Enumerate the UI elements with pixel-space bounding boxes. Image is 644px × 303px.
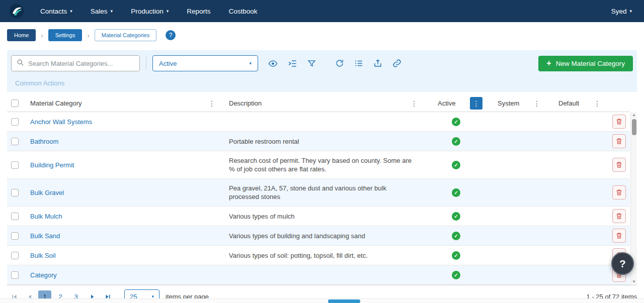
- breadcrumb-separator: ›: [41, 32, 43, 39]
- nav-costbook[interactable]: Costbook: [228, 8, 257, 15]
- nav-production[interactable]: Production ▾: [131, 8, 169, 15]
- chevron-down-icon: ▾: [70, 9, 72, 14]
- active-check-icon: ✓: [452, 251, 460, 260]
- material-category-link[interactable]: Bulk Soil: [30, 252, 56, 259]
- table-row: Building Permit Research cost of permit.…: [7, 151, 630, 179]
- scroll-down-icon[interactable]: ▼: [632, 279, 636, 285]
- nav-contacts[interactable]: Contacts ▾: [40, 8, 72, 15]
- horizontal-scrollbar-thumb[interactable]: [328, 299, 360, 303]
- question-icon: ?: [619, 258, 626, 270]
- delete-button[interactable]: [612, 229, 626, 243]
- user-name: Syed: [611, 8, 627, 15]
- row-checkbox[interactable]: [11, 271, 19, 279]
- column-menu-icon[interactable]: ⋮: [593, 99, 602, 108]
- row-description: Portable restroom rental: [229, 137, 299, 146]
- common-actions-link[interactable]: Common Actions: [11, 71, 68, 88]
- horizontal-scrollbar[interactable]: [0, 298, 644, 303]
- active-check-icon: ✓: [452, 188, 460, 197]
- row-description: Pea gravel, 21A, 57, stone dust and vari…: [229, 184, 418, 201]
- row-checkbox[interactable]: [11, 252, 19, 259]
- link-icon[interactable]: [392, 59, 401, 68]
- column-header-default: Default: [558, 99, 579, 107]
- column-header-material-category: Material Category: [30, 99, 82, 107]
- material-category-link[interactable]: Anchor Wall Systems: [30, 118, 92, 126]
- plus-icon: +: [546, 59, 551, 67]
- main-nav: Contacts ▾ Sales ▾ Production ▾ Reports …: [40, 8, 276, 15]
- chevron-down-icon: ▾: [167, 9, 169, 14]
- row-description: Various types of mulch: [229, 212, 295, 221]
- new-material-category-button[interactable]: + New Material Category: [538, 56, 633, 71]
- delete-button[interactable]: [612, 115, 626, 129]
- chevron-down-icon: ▾: [629, 9, 632, 14]
- eye-icon[interactable]: [268, 59, 278, 68]
- breadcrumb-home[interactable]: Home: [7, 29, 36, 41]
- scroll-up-icon[interactable]: ▲: [632, 112, 636, 118]
- status-filter-select[interactable]: Active ▾: [152, 55, 258, 71]
- breadcrumb: Home › Settings › Material Categories ?: [0, 22, 644, 48]
- row-checkbox[interactable]: [11, 189, 19, 196]
- material-category-link[interactable]: Building Permit: [30, 161, 74, 169]
- top-navbar: Contacts ▾ Sales ▾ Production ▾ Reports …: [0, 0, 644, 22]
- column-menu-icon[interactable]: ⋮: [207, 99, 216, 108]
- delete-button[interactable]: [612, 185, 626, 199]
- row-checkbox[interactable]: [11, 118, 19, 126]
- nav-label: Costbook: [228, 8, 257, 15]
- row-checkbox[interactable]: [11, 161, 19, 169]
- column-header-system: System: [498, 99, 519, 107]
- help-icon[interactable]: ?: [166, 30, 176, 40]
- table-row: Category ✓: [7, 265, 630, 285]
- breadcrumb-current[interactable]: Material Categories: [95, 29, 156, 41]
- delete-button[interactable]: [612, 134, 626, 148]
- row-checkbox[interactable]: [11, 232, 19, 240]
- delete-button[interactable]: [612, 209, 626, 223]
- row-checkbox[interactable]: [11, 213, 19, 220]
- select-all-checkbox[interactable]: [11, 99, 19, 107]
- material-category-link[interactable]: Bulk Mulch: [30, 213, 62, 220]
- material-category-link[interactable]: Category: [30, 271, 57, 279]
- column-menu-icon[interactable]: ⋮: [532, 99, 541, 108]
- new-button-label: New Material Category: [556, 60, 625, 67]
- nav-sales[interactable]: Sales ▾: [91, 8, 113, 15]
- filter-icon[interactable]: [307, 59, 316, 68]
- table-row: Bulk Mulch Various types of mulch ✓: [7, 207, 630, 226]
- active-check-icon: ✓: [452, 232, 460, 240]
- table-row: Bulk Soil Various types of soil: potting…: [7, 246, 630, 265]
- chevron-down-icon: ▾: [249, 61, 252, 66]
- toolbar-panel: Active ▾: [7, 50, 637, 92]
- material-category-link[interactable]: Bathroom: [30, 138, 58, 145]
- nav-reports[interactable]: Reports: [187, 8, 210, 15]
- row-description: Research cost of permit. They vary based…: [229, 156, 418, 173]
- active-check-icon: ✓: [452, 161, 460, 169]
- table-row: Bulk Sand Various types of building and …: [7, 226, 630, 246]
- toolbar-divider: [146, 57, 146, 70]
- table-row: Bulk Gravel Pea gravel, 21A, 57, stone d…: [7, 179, 630, 207]
- active-check-icon: ✓: [452, 118, 460, 126]
- nav-label: Contacts: [40, 8, 67, 15]
- vertical-scrollbar-thumb[interactable]: [632, 119, 636, 135]
- toolbar: Active ▾: [11, 55, 633, 71]
- nav-label: Sales: [91, 8, 108, 15]
- search-input[interactable]: [28, 60, 134, 67]
- chevron-down-icon: ▾: [111, 9, 113, 14]
- table-header: Material Category ⋮ Description ⋮ Active…: [7, 95, 630, 112]
- column-menu-active-button[interactable]: ⋮: [470, 97, 482, 110]
- active-check-icon: ✓: [452, 212, 460, 221]
- refresh-icon[interactable]: [335, 59, 344, 68]
- nav-label: Reports: [187, 8, 210, 15]
- row-checkbox[interactable]: [11, 138, 19, 145]
- add-column-icon[interactable]: [288, 59, 297, 68]
- export-icon[interactable]: [373, 59, 382, 68]
- help-fab[interactable]: ?: [611, 252, 634, 275]
- row-description: Various types of building and landscapin…: [229, 232, 365, 240]
- user-menu[interactable]: Syed ▾: [611, 8, 632, 15]
- column-list-icon[interactable]: [354, 59, 363, 68]
- column-header-active: Active: [438, 99, 455, 107]
- app-logo[interactable]: [9, 4, 24, 19]
- delete-button[interactable]: [612, 158, 626, 172]
- column-menu-icon[interactable]: ⋮: [410, 99, 419, 108]
- material-categories-grid: Material Category ⋮ Description ⋮ Active…: [7, 95, 637, 285]
- table-body: Anchor Wall Systems ✓ Bathroom P: [7, 112, 637, 285]
- breadcrumb-settings[interactable]: Settings: [48, 29, 83, 41]
- material-category-link[interactable]: Bulk Gravel: [30, 189, 64, 196]
- material-category-link[interactable]: Bulk Sand: [30, 232, 60, 240]
